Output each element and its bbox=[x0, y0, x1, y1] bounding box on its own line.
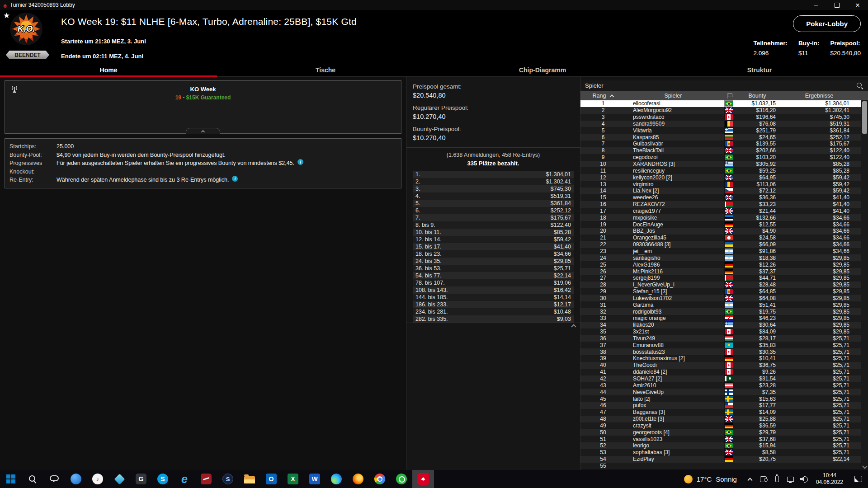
tray-usb-button[interactable] bbox=[770, 470, 784, 488]
player-row[interactable]: 1ellocoferasi$1.032,15$1.304,01 bbox=[580, 100, 861, 107]
player-row[interactable]: 353x21st$84,09$29,85 bbox=[580, 328, 861, 335]
info-icon[interactable] bbox=[297, 159, 303, 165]
player-row[interactable]: 29Stefan_r15 [3]$64,85$29,85 bbox=[580, 288, 861, 295]
player-row[interactable]: 12kellycon2020 [2]$64,95$59,42 bbox=[580, 174, 861, 181]
player-row[interactable]: 41ddaniele84 [2]$9,26$25,71 bbox=[580, 369, 861, 375]
player-row[interactable]: 220930366488 [3]$66,09$34,66 bbox=[580, 241, 861, 248]
taskbar-clock[interactable]: 10:44 04.06.2022 bbox=[811, 472, 848, 486]
taskbar-outlook-button[interactable] bbox=[260, 470, 282, 488]
scroll-down-icon[interactable] bbox=[862, 464, 867, 469]
taskbar-whatsapp-button[interactable] bbox=[391, 470, 412, 488]
player-row[interactable]: 37Emuranov88$35,83$25,71 bbox=[580, 342, 861, 348]
player-row[interactable]: 33magic orange$46,23$29,85 bbox=[580, 315, 861, 322]
player-row[interactable]: 10XARANDROS [3]$305,92$85,28 bbox=[580, 161, 861, 168]
player-row[interactable]: 25AlexG1986$12,26$29,85 bbox=[580, 261, 861, 268]
player-row[interactable]: 32rodrigolbt93$19,75$29,85 bbox=[580, 308, 861, 315]
player-row[interactable]: 36Tivun249$28,17$25,71 bbox=[580, 335, 861, 342]
player-row[interactable]: 40TheGoodi$36,75$25,71 bbox=[580, 362, 861, 369]
player-row[interactable]: 24santiagisho$18,38$29,85 bbox=[580, 254, 861, 261]
taskbar-itunes-button[interactable] bbox=[87, 470, 108, 488]
column-header-player[interactable]: Spieler bbox=[626, 93, 721, 99]
player-row[interactable]: 18mxpoisike$132,66$34,66 bbox=[580, 214, 861, 221]
player-row[interactable]: 52leorigo$15,94$25,71 bbox=[580, 442, 861, 449]
tray-chevron-button[interactable] bbox=[743, 470, 757, 488]
tray-network-button[interactable] bbox=[784, 470, 797, 488]
player-row[interactable]: 39Knechtusmaximus [2]$10,41$25,71 bbox=[580, 355, 861, 362]
player-row[interactable]: 21Orangezilla45$24,58$34,66 bbox=[580, 235, 861, 241]
column-header-flag[interactable] bbox=[721, 93, 737, 99]
taskbar-internet-explorer-button[interactable] bbox=[174, 470, 195, 488]
player-row[interactable]: 3psswrdistaco$196,64$745,30 bbox=[580, 114, 861, 121]
taskbar-word-button[interactable] bbox=[304, 470, 326, 488]
player-row[interactable]: 11resilienceguy$59,25$85,28 bbox=[580, 167, 861, 174]
player-row[interactable]: 7Guibasilvabr$139,55$175,67 bbox=[580, 141, 861, 147]
close-button[interactable] bbox=[847, 0, 868, 10]
tab-struktur[interactable]: Struktur bbox=[651, 63, 868, 76]
collapse-broadcast-tab[interactable] bbox=[186, 128, 220, 134]
taskbar-gem-button[interactable] bbox=[108, 470, 130, 488]
player-row[interactable]: 19DocEinAuge$12,55$34,66 bbox=[580, 221, 861, 228]
taskbar-people-button[interactable] bbox=[43, 470, 65, 488]
taskbar-steam-button[interactable] bbox=[217, 470, 239, 488]
player-row[interactable]: 15weedee26$36,36$41,40 bbox=[580, 194, 861, 201]
player-row[interactable]: 54EzidPlay$20,75$22,14 bbox=[580, 456, 861, 463]
player-row[interactable]: 27sergej8199$44,71$29,85 bbox=[580, 275, 861, 282]
players-scrollbar[interactable] bbox=[861, 100, 868, 470]
player-row[interactable]: 34lilakos20$30,64$29,85 bbox=[580, 322, 861, 328]
player-row[interactable]: 48z00t.el1te [3]$25,88$25,71 bbox=[580, 416, 861, 422]
player-row[interactable]: 53sophaltabas [3]$8,58$25,71 bbox=[580, 449, 861, 456]
search-icon[interactable] bbox=[856, 82, 863, 89]
player-row[interactable]: 4sandra99509$76,08$519,31 bbox=[580, 121, 861, 127]
favorite-star-icon[interactable]: ★ bbox=[3, 11, 10, 20]
tray-volume-button[interactable] bbox=[797, 470, 811, 488]
taskbar-firefox-button[interactable] bbox=[347, 470, 369, 488]
taskbar-app-blue-button[interactable] bbox=[65, 470, 87, 488]
player-row[interactable]: 45laito [2]$15,63$25,71 bbox=[580, 395, 861, 402]
column-header-bounty[interactable]: Bounty bbox=[737, 93, 778, 99]
player-row[interactable]: 42SOHA27 [2]$31,54$25,71 bbox=[580, 375, 861, 382]
taskbar-start-button[interactable] bbox=[0, 470, 22, 488]
player-row[interactable]: 8TheBlackTail$202,66$122,40 bbox=[580, 147, 861, 154]
poker-lobby-button[interactable]: Poker-Lobby bbox=[793, 15, 861, 32]
player-row[interactable]: 23jei__em$91,86$34,66 bbox=[580, 248, 861, 255]
tab-home[interactable]: Home bbox=[0, 63, 217, 76]
player-row[interactable]: 14Lia.Nex [2]$72,12$59,42 bbox=[580, 188, 861, 194]
taskbar-skype-button[interactable] bbox=[152, 470, 174, 488]
player-row[interactable]: 44NeveGiveUp$7,35$25,71 bbox=[580, 389, 861, 395]
tray-teams-button[interactable] bbox=[757, 470, 770, 488]
taskbar-search-button[interactable] bbox=[22, 470, 43, 488]
scrollbar-thumb[interactable] bbox=[862, 101, 867, 134]
tab-tische[interactable]: Tische bbox=[217, 63, 434, 76]
maximize-button[interactable] bbox=[826, 0, 847, 10]
minimize-button[interactable] bbox=[806, 0, 826, 10]
player-row[interactable]: 46pufox$17,77$25,71 bbox=[580, 402, 861, 409]
taskbar-excel-button[interactable] bbox=[282, 470, 304, 488]
action-center-button[interactable] bbox=[848, 470, 868, 488]
player-row[interactable]: 51vassilis1023$37,68$25,71 bbox=[580, 436, 861, 442]
player-row[interactable]: 5Viktwria$251,79$361,84 bbox=[580, 127, 861, 134]
taskbar-g-app-button[interactable] bbox=[130, 470, 152, 488]
player-row[interactable]: 17craigie1977$21,44$41,40 bbox=[580, 208, 861, 215]
player-row[interactable]: 13virgimiro$113,06$59,42 bbox=[580, 181, 861, 188]
player-row[interactable]: 30Lukewilson1702$64,08$29,85 bbox=[580, 295, 861, 301]
player-row[interactable]: 43Amir2610$23,28$25,71 bbox=[580, 382, 861, 389]
info-icon[interactable] bbox=[232, 176, 238, 182]
column-header-rank[interactable]: Rang bbox=[580, 93, 626, 99]
taskbar-pokerstars-button[interactable] bbox=[412, 470, 434, 488]
player-row[interactable]: 6Kaspars85$24,65$252,12 bbox=[580, 134, 861, 141]
player-row[interactable]: 28I_NeverGiveUp_I$28,48$29,85 bbox=[580, 282, 861, 288]
column-header-results[interactable]: Ergebnisse bbox=[778, 93, 868, 99]
taskbar-edge-button[interactable] bbox=[326, 470, 347, 488]
taskbar-app-red-button[interactable] bbox=[195, 470, 217, 488]
player-row[interactable]: 16REZAKOV72$33,23$41,40 bbox=[580, 201, 861, 208]
player-row[interactable]: 49crazysit$36,59$25,71 bbox=[580, 422, 861, 429]
player-row[interactable]: 31Garzima$51,41$29,85 bbox=[580, 301, 861, 308]
player-row[interactable]: 38bossstatus23$30,35$25,71 bbox=[580, 348, 861, 355]
weather-widget[interactable]: 17°C Sonnig bbox=[678, 470, 743, 488]
player-row[interactable]: 9cegodozoi$103,20$122,40 bbox=[580, 154, 861, 161]
player-row[interactable]: 20BBZ_Jos$4,90$34,66 bbox=[580, 228, 861, 235]
taskbar-chrome-button[interactable] bbox=[369, 470, 391, 488]
tab-chip-diagramm[interactable]: Chip-Diagramm bbox=[434, 63, 651, 76]
player-row[interactable]: 26Mr.Pink2116$37,37$29,85 bbox=[580, 268, 861, 275]
player-row[interactable]: 47Bagganas [3]$14,09$25,71 bbox=[580, 409, 861, 416]
